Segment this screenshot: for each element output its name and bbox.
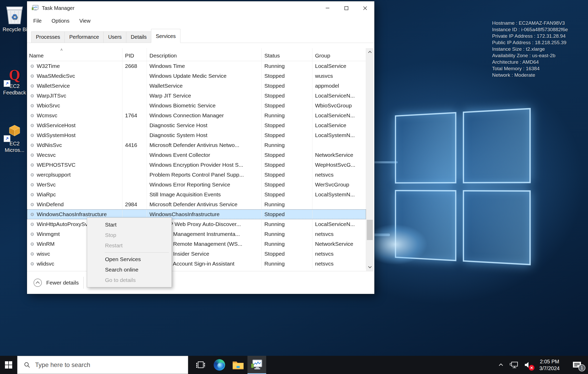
minimize-button[interactable] (318, 1, 337, 15)
shortcut-arrow-icon (4, 80, 10, 87)
table-row[interactable]: ⚙ WbioSrvc Windows Biometric Service Sto… (27, 101, 366, 111)
volume-muted-button[interactable] (522, 360, 533, 370)
fewer-details-button[interactable]: Fewer details (33, 278, 79, 287)
table-row[interactable]: ⚙ WinRM Windows Remote Management (WS...… (27, 239, 366, 249)
gear-icon: ⚙ (30, 103, 34, 108)
column-header-pid[interactable]: PID (122, 48, 147, 61)
table-row[interactable]: ⚙ WdiSystemHost Diagnostic System Host S… (27, 130, 366, 140)
service-description-cell: Microsoft Defender Antivirus Service (147, 199, 262, 209)
search-icon (24, 362, 30, 368)
file-explorer-button[interactable] (229, 356, 247, 374)
system-info-line: Availability Zone : us-east-2b (492, 52, 568, 59)
table-row[interactable]: ⚙ W32Time 2668 Windows Time Running Loca… (27, 61, 366, 71)
tab-performance[interactable]: Performance (64, 31, 104, 43)
menu-bar: FileOptionsView (27, 15, 374, 27)
gear-icon: ⚙ (30, 133, 34, 138)
table-row[interactable]: ⚙ Winmgmt Windows Management Instrumenta… (27, 229, 366, 239)
context-menu-item-search-online[interactable]: Search online (87, 265, 172, 275)
service-pid-cell: 2668 (122, 61, 147, 71)
taskbar-search[interactable] (17, 356, 188, 374)
tray-expand-button[interactable] (496, 361, 505, 369)
service-name-cell: ⚙ WdNisSvc (27, 140, 122, 150)
table-row[interactable]: ⚙ wisvc Windows Insider Service Stopped … (27, 249, 366, 259)
column-header-group[interactable]: Group (312, 48, 366, 61)
scroll-down-button[interactable] (366, 263, 374, 271)
recycle-bin-icon: ♻ (3, 4, 27, 25)
service-status-cell: Running (262, 219, 312, 229)
menu-file[interactable]: File (33, 18, 42, 24)
service-description-cell: Windows Update Medic Service (147, 71, 262, 81)
service-description-cell: Windows Event Collector (147, 150, 262, 160)
table-row[interactable]: ⚙ wercplsupport Problem Reports Control … (27, 170, 366, 180)
table-row[interactable]: ⚙ WiaRpc Still Image Acquisition Events … (27, 190, 366, 199)
windows-logo-icon (5, 361, 12, 369)
context-menu: StartStopRestartOpen ServicesSearch onli… (87, 217, 172, 287)
table-row[interactable]: ⚙ wlidsvc Microsoft Account Sign-in Assi… (27, 259, 366, 269)
desktop-icon-label: Recycle Bin (3, 26, 27, 33)
service-pid-cell (122, 71, 147, 81)
service-group-cell: appmodel (312, 81, 366, 91)
tab-services[interactable]: Services (151, 29, 180, 43)
column-header-status[interactable]: Status (262, 48, 312, 61)
gear-icon: ⚙ (30, 261, 34, 267)
tab-details[interactable]: Details (126, 31, 151, 43)
action-center-button[interactable]: 1 (571, 359, 583, 370)
table-row[interactable]: ⚙ WEPHOSTSVC Windows Encryption Provider… (27, 160, 366, 170)
context-menu-item-open-services[interactable]: Open Services (87, 254, 172, 265)
edge-browser-button[interactable] (210, 356, 229, 374)
service-pid-cell: 4416 (122, 140, 147, 150)
start-button[interactable] (0, 356, 17, 374)
recycle-arrows-icon: ♻ (11, 12, 18, 22)
service-pid-cell (122, 120, 147, 130)
service-group-cell: netsvcs (312, 249, 366, 259)
service-status-cell: Stopped (262, 190, 312, 199)
system-info-line: Hostname : EC2AMAZ-FAN98V3 (492, 20, 568, 26)
table-row[interactable]: ⚙ WdiServiceHost Diagnostic Service Host… (27, 120, 366, 130)
service-description-cell: Windows Error Reporting Service (147, 180, 262, 190)
menu-options[interactable]: Options (51, 18, 69, 24)
task-manager-taskbar-button[interactable] (247, 356, 266, 374)
taskbar-clock[interactable]: 2:05 PM 3/7/2024 (535, 358, 564, 372)
table-row[interactable]: ⚙ WalletService WalletService Stopped ap… (27, 81, 366, 91)
table-row[interactable]: ⚙ WinDefend 2984 Microsoft Defender Anti… (27, 199, 366, 209)
column-header-name[interactable]: Name (27, 48, 122, 61)
table-row[interactable]: ⚙ WaaSMedicSvc Windows Update Medic Serv… (27, 71, 366, 81)
service-description-cell: Windows Connection Manager (147, 111, 262, 120)
desktop-icon-ec2-feedback[interactable]: Q EC2 Feedback (2, 67, 27, 96)
task-view-button[interactable] (191, 356, 210, 374)
search-input[interactable] (35, 356, 188, 374)
table-row[interactable]: ⚙ WerSvc Windows Error Reporting Service… (27, 180, 366, 190)
tab-processes[interactable]: Processes (31, 31, 65, 43)
close-button[interactable] (356, 1, 374, 15)
scroll-up-button[interactable] (366, 48, 374, 56)
vertical-scrollbar[interactable] (366, 48, 374, 271)
tab-users[interactable]: Users (103, 31, 126, 43)
desktop-icon-recycle-bin[interactable]: ♻ Recycle Bin (3, 4, 27, 33)
system-info-line: Instance ID : i-065a48f5730882f6e (492, 26, 568, 33)
table-row[interactable]: ⚙ Wecsvc Windows Event Collector Stopped… (27, 150, 366, 160)
service-pid-cell (122, 190, 147, 199)
table-row[interactable]: ⚙ WindowsChaosInfrastructure WindowsChao… (27, 209, 366, 219)
table-header: ˄ NamePIDDescriptionStatusGroup (27, 48, 366, 61)
table-row[interactable]: ⚙ Wcmsvc 1764 Windows Connection Manager… (27, 111, 366, 120)
service-pid-cell (122, 130, 147, 140)
scrollbar-thumb[interactable] (367, 220, 373, 240)
mute-badge-icon (529, 365, 534, 371)
gear-icon: ⚙ (30, 73, 34, 79)
table-row[interactable]: ⚙ WarpJITSvc Warp JIT Service Stopped Lo… (27, 91, 366, 101)
maximize-button[interactable] (337, 1, 356, 15)
table-row[interactable]: ⚙ WinHttpAutoProxySvc WinHTTP Web Proxy … (27, 219, 366, 229)
column-header-description[interactable]: Description (147, 48, 262, 61)
menu-view[interactable]: View (79, 18, 90, 24)
shortcut-arrow-icon (4, 135, 10, 142)
window-controls (318, 1, 374, 15)
cube-icon (9, 124, 21, 137)
network-status-button[interactable] (508, 359, 520, 370)
desktop-icon-ec2-microsoft[interactable]: EC2 Micros... (2, 122, 27, 153)
table-row[interactable]: ⚙ WdNisSvc 4416 Microsoft Defender Antiv… (27, 140, 366, 150)
services-list: ˄ NamePIDDescriptionStatusGroup ⚙ W32Tim… (27, 48, 374, 271)
service-group-cell: NetworkService (312, 150, 366, 160)
system-info-line: Architecture : AMD64 (492, 59, 568, 65)
context-menu-item-start[interactable]: Start (87, 220, 172, 230)
system-info-line: Network : Moderate (492, 72, 568, 78)
